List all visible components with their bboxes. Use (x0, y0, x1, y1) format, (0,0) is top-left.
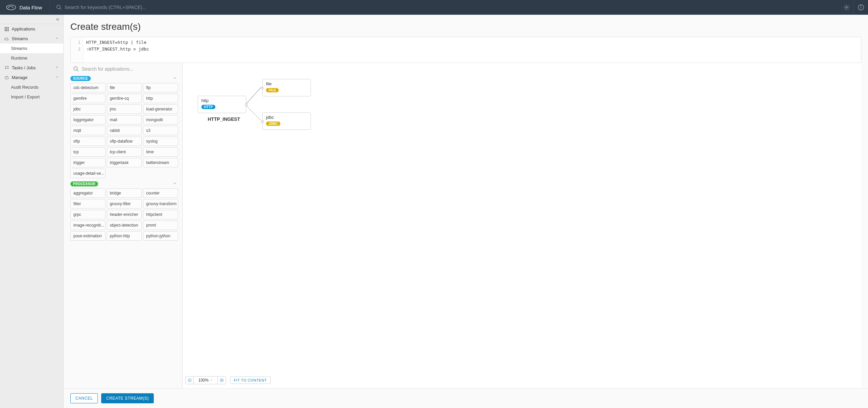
app-chip[interactable]: ftp (143, 83, 178, 92)
node-jdbc[interactable]: jdbc JDBC (262, 112, 311, 130)
app-chip[interactable]: cdc-debezium (70, 83, 105, 92)
app-chip[interactable]: sftp (70, 137, 105, 146)
node-badge: HTTP (202, 105, 215, 109)
palette-search-input[interactable] (82, 66, 180, 72)
input-port[interactable] (261, 87, 264, 89)
info-button[interactable] (854, 0, 868, 15)
zoom-out-button[interactable] (186, 377, 194, 384)
sidebar-item-streams[interactable]: Streams (0, 34, 63, 43)
brand-title: Data Flow (20, 5, 42, 10)
sidebar-item-tasks[interactable]: Tasks / Jobs (0, 63, 63, 73)
topbar: Data Flow (0, 0, 868, 15)
app-chip[interactable]: s3 (143, 126, 178, 135)
dsl-code[interactable]: HTTP_INGEST=http | file :HTTP_INGEST.htt… (84, 37, 861, 63)
app-chip[interactable]: sftp-dataflow (107, 137, 142, 146)
app-chip[interactable]: python-http (107, 231, 142, 241)
zoom-bar: 100% FIT TO CONTENT (185, 376, 271, 384)
sidebar-item-manage[interactable]: Manage (0, 73, 63, 82)
svg-point-19 (74, 67, 78, 70)
app-chip[interactable]: syslog (143, 137, 178, 146)
node-badge: JDBC (266, 122, 280, 126)
palette-search[interactable] (70, 63, 182, 75)
category-processor-tag: PROCESSOR (70, 181, 98, 186)
global-search[interactable] (50, 4, 839, 10)
app-chip[interactable]: gemfire (70, 94, 105, 103)
zoom-in-button[interactable] (218, 377, 226, 384)
brand: Data Flow (0, 5, 50, 10)
svg-line-20 (77, 70, 79, 71)
canvas[interactable]: http HTTP file FILE jdbc JDBC HTT (183, 63, 861, 388)
app-chip[interactable]: groovy-filter (107, 199, 142, 208)
node-badge: FILE (266, 88, 279, 92)
app-chip[interactable]: pmml (143, 220, 178, 230)
svg-rect-8 (6, 27, 7, 28)
app-chip[interactable]: time (143, 147, 178, 157)
category-source-header[interactable]: SOURCE (70, 76, 178, 81)
briefcase-icon (4, 75, 9, 80)
dsl-editor[interactable]: 12 HTTP_INGEST=http | file :HTTP_INGEST.… (70, 37, 861, 63)
sidebar-item-label: Tasks / Jobs (12, 65, 36, 70)
logo-icon (6, 5, 16, 10)
processor-grid: aggregatorbridgecounterfiltergroovy-filt… (70, 189, 178, 241)
app-chip[interactable]: image-recogniti... (70, 220, 105, 230)
cancel-button[interactable]: CANCEL (70, 393, 98, 403)
sidebar-item-runtime[interactable]: Runtime (0, 53, 63, 63)
sidebar-item-applications[interactable]: Applications (0, 24, 63, 34)
zoom-level[interactable]: 100% (194, 377, 218, 384)
app-chip[interactable]: mail (107, 115, 142, 125)
create-streams-button[interactable]: CREATE STREAM(S) (101, 393, 154, 403)
app-chip[interactable]: httpclient (143, 210, 178, 219)
sidebar-item-audit-records[interactable]: Audit Records (0, 82, 63, 92)
svg-line-22 (246, 106, 261, 121)
input-port[interactable] (261, 120, 264, 123)
edges (183, 63, 861, 388)
app-chip[interactable]: http (143, 94, 178, 103)
app-chip[interactable]: object-detection (107, 220, 142, 230)
app-chip[interactable]: counter (143, 189, 178, 198)
category-processor-header[interactable]: PROCESSOR (70, 181, 178, 186)
app-chip[interactable]: loggregator (70, 115, 105, 125)
sidebar-item-label: Applications (12, 27, 35, 31)
app-chip[interactable]: mongodb (143, 115, 178, 125)
app-chip[interactable]: load-generator (143, 104, 178, 114)
app-chip[interactable]: file (107, 83, 142, 92)
svg-point-1 (57, 5, 60, 9)
app-chip[interactable]: rabbit (107, 126, 142, 135)
app-chip[interactable]: jms (107, 104, 142, 114)
canvas-wrap[interactable]: http HTTP file FILE jdbc JDBC HTT (183, 63, 861, 388)
settings-button[interactable] (839, 0, 854, 15)
palette-list[interactable]: SOURCE cdc-debeziumfileftpgemfiregemfire… (70, 75, 182, 388)
node-http[interactable]: http HTTP (198, 96, 246, 113)
app-chip[interactable]: mqtt (70, 126, 105, 135)
global-search-input[interactable] (65, 5, 232, 10)
app-chip[interactable]: aggregator (70, 189, 105, 198)
app-chip[interactable]: usage-detail-se... (70, 169, 105, 178)
app-chip[interactable]: grpc (70, 210, 105, 219)
chevron-down-icon (173, 76, 178, 81)
app-chip[interactable]: triggertask (107, 158, 142, 167)
app-chip[interactable]: python-jython (143, 231, 178, 241)
app-chip[interactable]: filter (70, 199, 105, 208)
sidebar-item-import-export[interactable]: Import / Export (0, 92, 63, 102)
sidebar-item-streams-sub[interactable]: Streams (0, 43, 63, 53)
fit-to-content-button[interactable]: FIT TO CONTENT (230, 377, 271, 384)
svg-rect-13 (5, 30, 6, 31)
info-icon (858, 4, 864, 11)
app-chip[interactable]: groovy-transform (143, 199, 178, 208)
app-chip[interactable]: twitterstream (143, 158, 178, 167)
chevron-left-double-icon[interactable] (55, 17, 60, 22)
output-port[interactable] (245, 103, 248, 106)
app-chip[interactable]: header-enricher (107, 210, 142, 219)
app-chip[interactable]: gemfire-cq (107, 94, 142, 103)
svg-line-21 (246, 88, 261, 104)
app-chip[interactable]: trigger (70, 158, 105, 167)
sidebar-item-label: Audit Records (11, 85, 38, 90)
checklist-icon (4, 66, 9, 70)
app-chip[interactable]: pose-estimation (70, 231, 105, 241)
node-file[interactable]: file FILE (262, 79, 311, 96)
app-chip[interactable]: bridge (107, 189, 142, 198)
app-chip[interactable]: jdbc (70, 104, 105, 114)
app-chip[interactable]: tcp-client (107, 147, 142, 157)
svg-rect-14 (6, 30, 7, 31)
app-chip[interactable]: tcp (70, 147, 105, 157)
